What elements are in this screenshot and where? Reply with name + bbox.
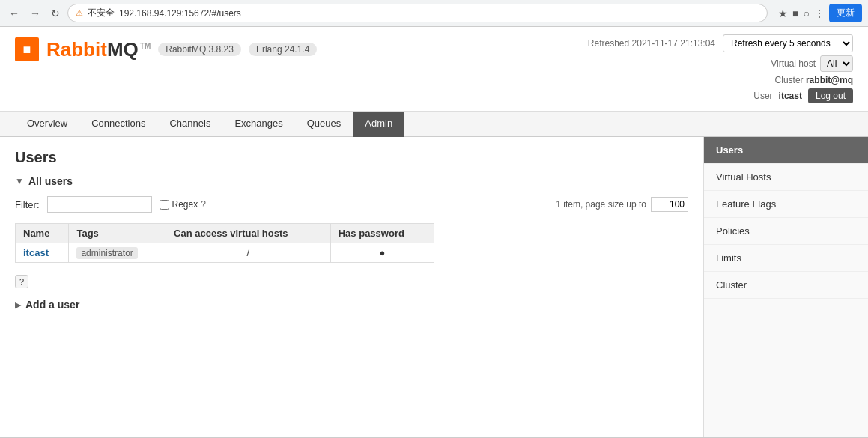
refreshed-label: Refreshed 2021-11-17 21:13:04 [588, 38, 715, 49]
url-text: 192.168.94.129:15672/#/users [119, 8, 241, 19]
table-help-button[interactable]: ? [15, 275, 28, 288]
extension-icon[interactable]: ■ [792, 7, 798, 19]
erlang-version-badge: Erlang 24.1.4 [249, 43, 317, 56]
regex-label: Regex [172, 199, 198, 210]
user-row: User itcast Log out [588, 88, 853, 103]
refresh-select[interactable]: Refresh every 5 seconds Refresh every 10… [723, 34, 853, 52]
lock-icon: ⚠ [76, 8, 83, 18]
bookmark-icon[interactable]: ★ [778, 7, 788, 19]
content-area: Users ▼ All users Filter: Regex ? 1 item… [0, 137, 703, 437]
sidebar-item-virtual-hosts[interactable]: Virtual Hosts [704, 164, 868, 191]
refreshed-row: Refreshed 2021-11-17 21:13:04 Refresh ev… [588, 34, 853, 52]
table-header-row: Name Tags Can access virtual hosts Has p… [16, 224, 434, 243]
logo-text: RabbitMQTM [46, 38, 151, 61]
rabbitmq-version-badge: RabbitMQ 3.8.23 [158, 43, 241, 56]
user-name-cell: itcast [16, 243, 69, 263]
regex-checkbox-area: Regex ? [160, 199, 206, 210]
filter-label: Filter: [15, 199, 40, 210]
logout-button[interactable]: Log out [808, 88, 853, 103]
sidebar: Users Virtual Hosts Feature Flags Polici… [703, 137, 868, 437]
cluster-row: Cluster rabbit@mq [588, 75, 853, 85]
col-tags: Tags [69, 224, 166, 243]
tab-overview[interactable]: Overview [15, 112, 79, 137]
add-user-label: Add a user [25, 299, 79, 311]
tab-admin[interactable]: Admin [353, 112, 404, 137]
table-row: itcast administrator / ● [16, 243, 434, 263]
tab-exchanges[interactable]: Exchanges [222, 112, 294, 137]
vhost-select[interactable]: All [820, 55, 853, 72]
add-user-section[interactable]: ▶ Add a user [15, 299, 688, 311]
current-user-name: itcast [779, 91, 802, 101]
reload-button[interactable]: ↻ [48, 6, 63, 21]
section-collapse-arrow: ▼ [15, 176, 24, 186]
vhost-row: Virtual host All [588, 55, 853, 72]
cluster-name: rabbit@mq [806, 75, 853, 85]
tab-queues[interactable]: Queues [295, 112, 353, 137]
filter-row: Filter: Regex ? 1 item, page size up to … [15, 196, 688, 213]
col-password: Has password [330, 224, 434, 243]
address-bar[interactable]: ⚠ 不安全 192.168.94.129:15672/#/users [67, 4, 768, 22]
users-table: Name Tags Can access virtual hosts Has p… [15, 223, 434, 263]
logo-icon: ■ [15, 37, 39, 61]
back-button[interactable]: ← [6, 6, 22, 21]
page-size-input[interactable]: 100 [651, 197, 688, 212]
logo-tm: TM [140, 42, 151, 50]
browser-bar: ← → ↻ ⚠ 不安全 192.168.94.129:15672/#/users… [0, 0, 868, 27]
header-right: Refreshed 2021-11-17 21:13:04 Refresh ev… [588, 34, 853, 103]
logo-rabbit: Rabbit [46, 38, 107, 61]
logo-area: ■ RabbitMQTM RabbitMQ 3.8.23 Erlang 24.1… [15, 37, 317, 61]
user-vhosts-cell: / [166, 243, 331, 263]
sidebar-item-cluster[interactable]: Cluster [704, 272, 868, 299]
sidebar-item-users[interactable]: Users [704, 137, 868, 164]
forward-button[interactable]: → [27, 6, 43, 21]
update-button[interactable]: 更新 [829, 4, 862, 22]
tab-connections[interactable]: Connections [79, 112, 157, 137]
nav-tabs: Overview Connections Channels Exchanges … [0, 112, 868, 137]
security-warning: 不安全 [88, 7, 115, 19]
menu-icon[interactable]: ⋮ [814, 7, 825, 19]
profile-icon[interactable]: ○ [804, 7, 810, 19]
tab-channels[interactable]: Channels [157, 112, 222, 137]
logo-mq: MQ [107, 38, 139, 61]
filter-info: 1 item, page size up to 100 [556, 197, 688, 212]
browser-actions: ★ ■ ○ ⋮ 更新 [778, 4, 862, 22]
add-user-arrow-icon: ▶ [15, 300, 21, 310]
main-content: Users ▼ All users Filter: Regex ? 1 item… [0, 137, 868, 437]
app: ■ RabbitMQTM RabbitMQ 3.8.23 Erlang 24.1… [0, 27, 868, 438]
col-vhosts: Can access virtual hosts [166, 224, 331, 243]
user-password-cell: ● [330, 243, 434, 263]
all-users-section-header[interactable]: ▼ All users [15, 175, 688, 187]
page-title: Users [15, 149, 688, 166]
user-name-link[interactable]: itcast [23, 247, 49, 258]
vhost-label: Virtual host [771, 58, 816, 69]
user-tag-badge: administrator [76, 247, 137, 259]
items-info: 1 item, page size up to [556, 199, 646, 210]
sidebar-item-policies[interactable]: Policies [704, 218, 868, 245]
app-header: ■ RabbitMQTM RabbitMQ 3.8.23 Erlang 24.1… [0, 27, 868, 112]
sidebar-item-feature-flags[interactable]: Feature Flags [704, 191, 868, 218]
col-name: Name [16, 224, 69, 243]
regex-help-icon[interactable]: ? [201, 199, 206, 210]
filter-input[interactable] [47, 196, 152, 213]
sidebar-item-limits[interactable]: Limits [704, 245, 868, 272]
section-title: All users [28, 175, 73, 187]
regex-checkbox[interactable] [160, 200, 169, 210]
user-tags-cell: administrator [69, 243, 166, 263]
